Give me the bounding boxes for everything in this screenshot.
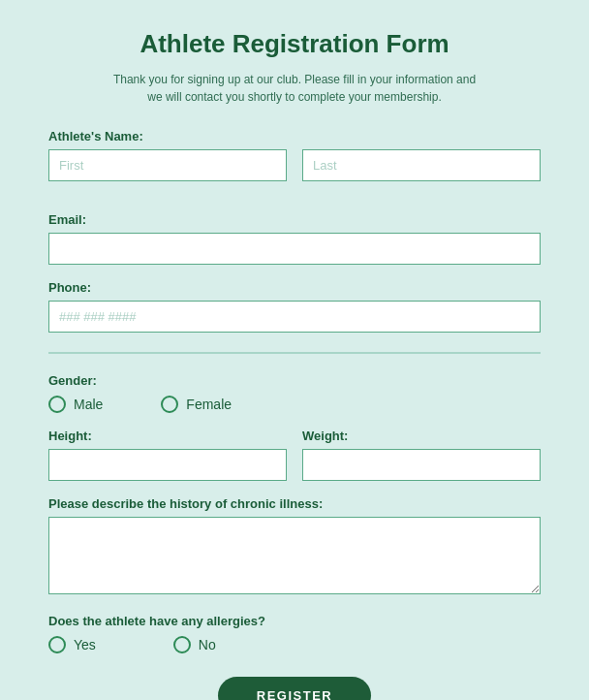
athlete-name-label: Athlete's Name: [48, 129, 541, 143]
first-name-input[interactable] [48, 149, 287, 181]
weight-label: Weight: [302, 429, 541, 443]
male-option[interactable]: Male [48, 396, 103, 413]
yes-option[interactable]: Yes [48, 636, 96, 653]
email-label: Email: [48, 212, 541, 227]
page-title: Athlete Registration Form [48, 29, 541, 59]
section-divider [48, 352, 541, 354]
weight-group: Weight: [302, 429, 541, 481]
phone-label: Phone: [48, 280, 541, 295]
female-radio[interactable] [161, 396, 178, 413]
allergy-radio-group: Yes No [48, 636, 541, 653]
no-radio[interactable] [173, 636, 191, 653]
phone-group: Phone: [48, 280, 541, 333]
name-row [48, 149, 541, 197]
register-btn-container: REGISTER [48, 677, 541, 700]
height-weight-row: Height: Weight: [48, 429, 541, 496]
yes-radio[interactable] [48, 636, 66, 653]
athlete-name-group: Athlete's Name: [48, 129, 541, 197]
form-subtitle: Thank you for signing up at our club. Pl… [110, 71, 479, 106]
female-label: Female [186, 397, 232, 412]
last-name-group [302, 149, 541, 181]
chronic-illness-label: Please describe the history of chronic i… [48, 496, 541, 511]
allergies-group: Does the athlete have any allergies? Yes… [48, 614, 541, 653]
female-option[interactable]: Female [161, 396, 232, 413]
allergies-label: Does the athlete have any allergies? [48, 614, 541, 628]
male-label: Male [74, 397, 103, 412]
no-option[interactable]: No [173, 636, 216, 653]
last-name-input[interactable] [302, 149, 541, 181]
section-personal: Athlete's Name: Email: Phone: [48, 129, 541, 333]
register-button[interactable]: REGISTER [218, 677, 371, 700]
yes-label: Yes [74, 637, 96, 652]
chronic-illness-textarea[interactable] [48, 517, 541, 594]
email-input[interactable] [48, 233, 541, 265]
gender-group: Gender: Male Female [48, 373, 541, 413]
male-radio[interactable] [48, 396, 66, 413]
weight-input[interactable] [302, 449, 541, 481]
no-label: No [199, 637, 216, 652]
chronic-illness-group: Please describe the history of chronic i… [48, 496, 541, 598]
height-input[interactable] [48, 449, 287, 481]
height-group: Height: [48, 429, 287, 481]
gender-label: Gender: [48, 373, 541, 388]
height-label: Height: [48, 429, 287, 443]
email-group: Email: [48, 212, 541, 265]
gender-radio-group: Male Female [48, 396, 541, 413]
form-container: Athlete Registration Form Thank you for … [0, 0, 589, 700]
section-medical: Gender: Male Female Height: Weight: [48, 373, 541, 653]
phone-input[interactable] [48, 301, 541, 333]
first-name-group [48, 149, 287, 181]
